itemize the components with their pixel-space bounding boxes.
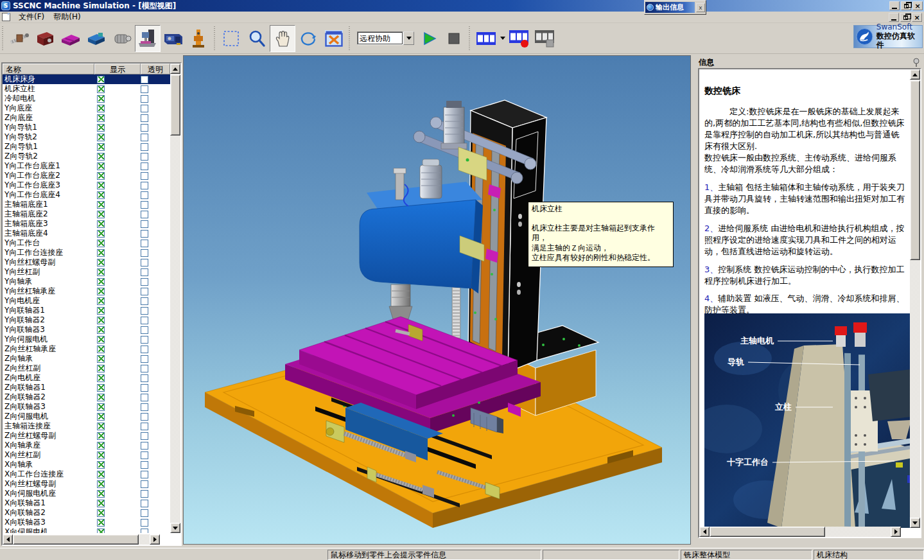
show-checkbox[interactable] <box>97 471 105 478</box>
parts-row[interactable]: 机床床身 <box>3 74 170 84</box>
transparent-checkbox[interactable] <box>141 509 148 517</box>
pushpin-icon[interactable] <box>912 58 921 67</box>
menu-help[interactable]: 帮助(H) <box>49 10 85 24</box>
parts-row[interactable]: X向联轴器2 <box>3 508 170 518</box>
show-checkbox[interactable] <box>97 172 105 180</box>
output-info-titlebar[interactable]: 输出信息 <box>645 2 695 13</box>
restore-button[interactable] <box>901 1 911 10</box>
close-button[interactable]: × <box>912 1 923 10</box>
transparent-checkbox[interactable] <box>141 278 148 286</box>
scroll-up-button[interactable] <box>170 64 180 74</box>
show-checkbox[interactable] <box>97 240 105 247</box>
parts-row[interactable]: 主轴箱底座2 <box>3 209 170 219</box>
toolbar-button-rotate[interactable] <box>295 25 321 52</box>
column-header-transparent[interactable]: 透明 <box>141 64 170 74</box>
scroll-thumb[interactable] <box>910 80 920 260</box>
parts-row[interactable]: Y向工作台底座3 <box>3 180 170 190</box>
parts-row[interactable]: Y向轴承 <box>3 277 170 286</box>
parts-row[interactable]: X向联轴器1 <box>3 498 170 508</box>
info-horizontal-scrollbar[interactable] <box>699 527 911 537</box>
show-checkbox[interactable] <box>97 490 105 498</box>
scroll-track[interactable] <box>170 74 180 523</box>
show-checkbox[interactable] <box>97 374 105 382</box>
transparent-checkbox[interactable] <box>141 355 148 363</box>
show-checkbox[interactable] <box>97 384 105 392</box>
parts-vertical-scrollbar[interactable] <box>170 64 180 533</box>
show-checkbox[interactable] <box>97 230 105 238</box>
show-checkbox[interactable] <box>97 182 105 189</box>
transparent-checkbox[interactable] <box>141 461 148 469</box>
parts-row[interactable]: Y向丝杠副 <box>3 267 170 277</box>
parts-row[interactable]: Z向轴承 <box>3 354 170 363</box>
transparent-checkbox[interactable] <box>141 336 148 344</box>
show-checkbox[interactable] <box>97 124 105 132</box>
scroll-thumb[interactable] <box>170 74 180 136</box>
show-checkbox[interactable] <box>97 451 105 459</box>
toolbar-button-lathe-machine[interactable] <box>161 25 186 52</box>
toolbar-button-play[interactable] <box>418 25 441 52</box>
scroll-thumb[interactable] <box>710 527 825 537</box>
transparent-checkbox[interactable] <box>141 211 148 218</box>
show-checkbox[interactable] <box>97 268 105 276</box>
show-checkbox[interactable] <box>97 153 105 161</box>
parts-horizontal-scrollbar[interactable] <box>3 534 170 545</box>
parts-row[interactable]: Y向联轴器1 <box>3 306 170 315</box>
parts-row[interactable]: Y向电机座 <box>3 296 170 306</box>
transparent-checkbox[interactable] <box>141 114 148 122</box>
transparent-checkbox[interactable] <box>141 384 148 392</box>
show-checkbox[interactable] <box>97 220 105 228</box>
transparent-checkbox[interactable] <box>141 134 148 141</box>
parts-row[interactable]: Y向工作台 <box>3 238 170 248</box>
transparent-checkbox[interactable] <box>141 297 148 305</box>
show-checkbox[interactable] <box>97 162 105 170</box>
toolbar-button-pan[interactable] <box>270 25 295 52</box>
parts-row[interactable]: 机床立柱 <box>3 84 170 94</box>
show-checkbox[interactable] <box>97 143 105 151</box>
transparent-checkbox[interactable] <box>141 220 148 228</box>
parts-row[interactable]: X向轴承 <box>3 460 170 469</box>
parts-row[interactable]: Z向电机座 <box>3 373 170 383</box>
toolbar-button-film[interactable] <box>473 25 499 52</box>
show-checkbox[interactable] <box>97 134 105 141</box>
transparent-checkbox[interactable] <box>141 191 148 199</box>
transparent-checkbox[interactable] <box>141 76 148 83</box>
transparent-checkbox[interactable] <box>141 394 148 401</box>
show-checkbox[interactable] <box>97 85 105 93</box>
parts-row[interactable]: Z向丝杠副 <box>3 363 170 373</box>
remote-assist-dropdown[interactable]: 远程协助 <box>357 31 414 45</box>
parts-row[interactable]: Z向丝杠螺母副 <box>3 431 170 441</box>
parts-row[interactable]: X向丝杠螺母副 <box>3 479 170 489</box>
toolbar-button-zoom[interactable] <box>244 25 270 52</box>
transparent-checkbox[interactable] <box>141 95 148 103</box>
transparent-checkbox[interactable] <box>141 143 148 151</box>
parts-row[interactable]: X向伺服电机 <box>3 527 170 533</box>
parts-row[interactable]: Y向底座 <box>3 103 170 113</box>
parts-row[interactable]: Z向联轴器2 <box>3 392 170 402</box>
parts-row[interactable]: Y向导轨1 <box>3 123 170 132</box>
transparent-checkbox[interactable] <box>141 480 148 488</box>
parts-row[interactable]: Y向工作台底座4 <box>3 190 170 200</box>
parts-row[interactable]: 主轴箱底座3 <box>3 219 170 229</box>
transparent-checkbox[interactable] <box>141 471 148 478</box>
toolbar-button-select[interactable] <box>218 25 244 52</box>
parts-row[interactable]: Z向联轴器1 <box>3 383 170 392</box>
model-viewport[interactable]: 机床立柱 机床立柱主要是对主轴箱起到支承作用， 满足主轴的Ｚ向运动， 立柱应具有… <box>183 55 691 545</box>
parts-row[interactable]: X向工作台连接座 <box>3 469 170 479</box>
show-checkbox[interactable] <box>97 336 105 344</box>
remote-assist-arrow[interactable] <box>403 31 414 45</box>
parts-row[interactable]: 主轴箱底座1 <box>3 200 170 209</box>
parts-row[interactable]: Z向导轨1 <box>3 142 170 152</box>
toolbar-button-tool-robot[interactable] <box>186 25 212 52</box>
show-checkbox[interactable] <box>97 278 105 286</box>
scroll-right-button[interactable] <box>891 527 901 537</box>
child-restore-button[interactable] <box>900 13 911 22</box>
show-checkbox[interactable] <box>97 249 105 257</box>
column-header-show[interactable]: 显示 <box>94 64 141 74</box>
parts-row[interactable]: Y向联轴器2 <box>3 315 170 325</box>
toolbar-button-gearbox[interactable] <box>32 25 58 52</box>
show-checkbox[interactable] <box>97 461 105 469</box>
output-info-close-button[interactable]: x <box>696 3 705 12</box>
show-checkbox[interactable] <box>97 346 105 353</box>
info-vertical-scrollbar[interactable] <box>910 69 920 528</box>
toolbar-button-lead-screw[interactable] <box>6 25 32 52</box>
